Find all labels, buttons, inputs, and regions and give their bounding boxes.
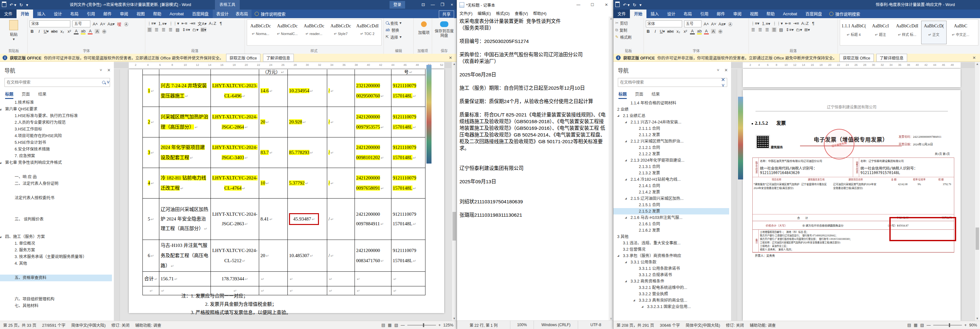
character-border-icon[interactable]: Ⓐ: [124, 21, 129, 27]
page-indicator[interactable]: 第 25 页，共 33 页: [3, 322, 36, 328]
change-case-icon[interactable]: Aa▾: [108, 22, 115, 26]
nav-item[interactable]: ◢3.3.2 商务资格条件: [613, 278, 729, 284]
addins-button[interactable]: 加载项: [415, 20, 432, 35]
multilevel-list-icon[interactable]: ⋮⋮▾: [169, 21, 179, 26]
tab-设计[interactable]: 设计: [49, 10, 66, 18]
table-cell[interactable]: 10↵: [259, 168, 288, 198]
table-cell[interactable]: /↵: [327, 198, 355, 240]
nav-item[interactable]: 2 业绩: [613, 106, 729, 113]
paste-button[interactable]: 粘贴▾: [5, 20, 22, 42]
tab-Acrobat[interactable]: Acrobat: [165, 10, 188, 18]
expand-icon[interactable]: ◢: [625, 138, 627, 144]
nav-item[interactable]: 2.1.3.2 发票: [613, 170, 729, 176]
search-input[interactable]: [618, 80, 719, 85]
align-right-icon[interactable]: ☰: [765, 27, 770, 32]
scroll-thumb[interactable]: [452, 212, 456, 241]
bold-button[interactable]: B: [646, 29, 651, 34]
nav-item[interactable]: 三、 谈判报价表: [0, 216, 112, 223]
scroll-thumb[interactable]: [975, 227, 979, 250]
table-cell[interactable]: 178.739344↵: [211, 272, 259, 286]
table-cell[interactable]: 冷 182-H1 钻前电力线迁改工程↵: [159, 168, 211, 198]
nav-item[interactable]: ◢3.3 承包（服务）商资格条件响应: [613, 252, 729, 259]
nav-item[interactable]: 2.1.1.1 合同: [613, 125, 729, 132]
nav-item[interactable]: 七、其他材料: [0, 303, 112, 309]
phonetic-guide-icon[interactable]: 嗳: [117, 21, 121, 27]
table-cell[interactable]: /↵: [327, 168, 355, 198]
style-card[interactable]: AaBbCcDc↵ NormalC...: [275, 21, 300, 44]
numbering-icon[interactable]: ⒈≡▾: [158, 20, 167, 26]
undo-icon[interactable]: ↶ ▾: [10, 3, 16, 7]
sort-icon[interactable]: A↓Z: [801, 21, 808, 26]
proofing-language[interactable]: 简体中文(中国大陆): [71, 322, 105, 328]
expand-icon[interactable]: ◢: [641, 303, 643, 310]
table-cell[interactable]: 10.234954↵: [288, 75, 327, 107]
find-button[interactable]: 查找 ▾: [386, 19, 412, 26]
increase-indent-icon[interactable]: ⇥≡: [189, 21, 195, 26]
track-changes[interactable]: 修订: 关闭: [111, 322, 129, 328]
align-left-icon[interactable]: ☰: [751, 27, 756, 32]
nav-tab-页面[interactable]: 页面: [22, 91, 30, 99]
expand-icon[interactable]: ◢: [625, 176, 627, 183]
table-cell[interactable]: 6↵: [143, 240, 159, 272]
invoice[interactable]: 建筑服务 电子发票（增值税专用发票） 辽宁省税务局 发票号码：242120000…: [752, 128, 954, 250]
nav-item[interactable]: 3. 技术服务承诺（主要说明服务质量等）: [0, 254, 112, 260]
nav-item[interactable]: 2.1.4.2 发票: [613, 189, 729, 195]
nav-item[interactable]: ◢四、施工（服务）方案: [0, 233, 112, 240]
web-layout-icon[interactable]: ▧: [394, 323, 398, 327]
table-note[interactable]: 注：1. 发票应与合同一一对应；: [181, 292, 248, 299]
nav-item[interactable]: 一、响 应 函: [0, 174, 112, 180]
zoom-slider[interactable]: [933, 325, 962, 326]
nav-item[interactable]: 3.2 信誉情况: [613, 246, 729, 252]
table-cell[interactable]: ↵: [327, 286, 355, 295]
strikethrough-button[interactable]: abc: [51, 29, 57, 34]
document-page[interactable]: 辽宁恒泰利建设集团有限公司 2.1.5.2发票 建筑服务 电子发票（增值税专用发…: [743, 90, 961, 321]
decrease-indent-icon[interactable]: ⇤≡: [181, 21, 187, 26]
italic-button[interactable]: I: [653, 29, 657, 34]
zoom-in-icon[interactable]: +: [964, 323, 967, 327]
tab-开始[interactable]: 开始: [630, 10, 646, 18]
context-tab-表设计[interactable]: 表设计: [213, 10, 232, 18]
word-count[interactable]: 27/8591 个字: [42, 322, 65, 328]
table-header-cell[interactable]: 号↵: [391, 69, 425, 75]
table-header-cell[interactable]: （万元）↵: [259, 69, 288, 75]
nav-item[interactable]: 2.1.5.1 合同: [613, 202, 729, 208]
word-count[interactable]: 30646 个字: [660, 322, 680, 328]
table-cell[interactable]: 14.6↵: [259, 75, 288, 107]
align-left-icon[interactable]: ☰: [147, 27, 152, 32]
nav-tab-结果[interactable]: 结果: [652, 91, 660, 99]
table-cell[interactable]: ↵: [259, 272, 288, 286]
table-cell[interactable]: 20↵: [259, 240, 288, 272]
font-size-combo[interactable]: 五号: [684, 20, 702, 27]
nav-item[interactable]: 1.技术标准: [0, 99, 112, 106]
show-marks-icon[interactable]: ¶: [811, 21, 816, 26]
web-layout-icon[interactable]: ▧: [920, 323, 924, 327]
table-cell[interactable]: /↵: [327, 240, 355, 272]
table-cell[interactable]: 辽河油田兴采城区加热炉 2024 年安全隐患治理工程（高压部分）↵: [159, 198, 211, 240]
scroll-up-icon[interactable]: ▲: [975, 62, 980, 65]
table-cell[interactable]: 2421200000 0097658091↵: [355, 168, 391, 198]
zoom-out-icon[interactable]: —: [401, 323, 405, 327]
document-page[interactable]: （万元）↵号↵1↵兴古 7-24-24 井场安装变压器施工↵LHYT-XLTCY…: [129, 69, 444, 313]
nav-item[interactable]: ◢第六章 QHSE要求: [0, 106, 112, 113]
tab-文件[interactable]: 文件: [613, 10, 630, 18]
asian-layout-icon[interactable]: 文A▾: [198, 20, 207, 26]
tab-帮助[interactable]: 帮助: [762, 10, 779, 18]
maximize-button[interactable]: ☐: [585, 0, 600, 10]
table-cell[interactable]: /↵: [327, 107, 355, 137]
nav-item[interactable]: 2. 服务方案: [0, 247, 112, 254]
nav-tab-页面[interactable]: 页面: [635, 91, 643, 99]
nav-item[interactable]: ◢3.3.2.3 具有良好的商业信...: [613, 297, 729, 303]
table-cell[interactable]: 2421200000 0097884911↵: [355, 198, 391, 240]
subscript-button[interactable]: x₂: [676, 29, 681, 34]
menu-view[interactable]: 查看(V): [512, 10, 531, 16]
strikethrough-button[interactable]: abc: [667, 29, 674, 34]
nav-item[interactable]: ◢2.1.6 马古-H103井注氮气服...: [613, 214, 729, 221]
table-cell[interactable]: 45.93487↵: [288, 198, 327, 240]
format-painter-button[interactable]: ✎格式刷: [615, 34, 642, 40]
table-header-cell[interactable]: [355, 69, 391, 75]
vertical-scrollbar[interactable]: ▲ ▼: [452, 62, 457, 321]
scroll-down-icon[interactable]: ▼: [452, 317, 457, 320]
scroll-up-icon[interactable]: ▲: [452, 62, 457, 65]
tab-布局[interactable]: 布局: [679, 10, 696, 18]
tab-Acrobat[interactable]: Acrobat: [779, 10, 801, 18]
